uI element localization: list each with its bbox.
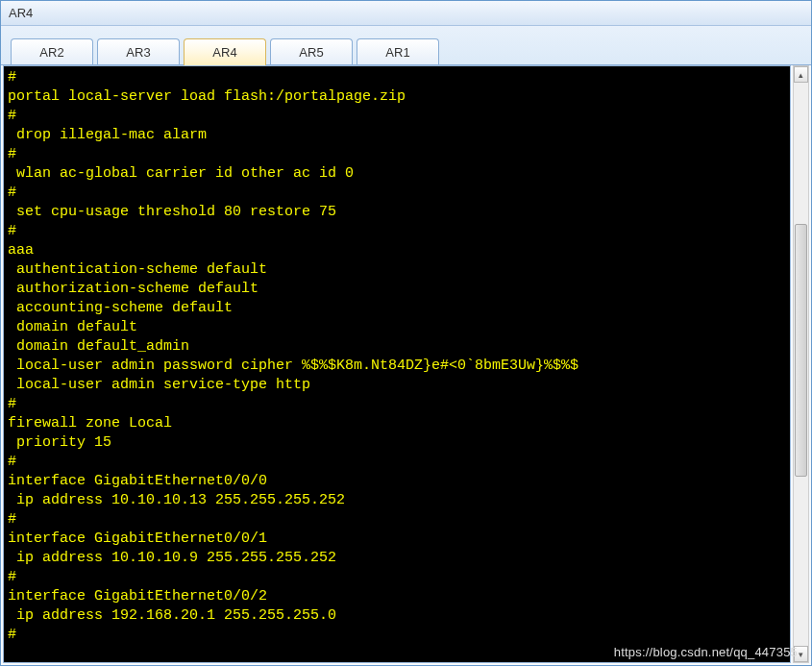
title-bar: AR4 [1, 1, 811, 26]
terminal-output[interactable]: # portal local-server load flash:/portal… [3, 65, 791, 663]
scroll-down-button[interactable]: ▾ [794, 646, 808, 662]
tab-label: AR5 [299, 45, 323, 60]
tab-label: AR4 [212, 45, 236, 60]
app-window: AR4 AR2 AR3 AR4 AR5 AR1 # portal local-s… [0, 0, 812, 666]
tab-ar3[interactable]: AR3 [97, 38, 180, 65]
scrollbar-thumb[interactable] [795, 224, 807, 478]
tab-label: AR2 [39, 45, 63, 60]
tab-ar4[interactable]: AR4 [184, 38, 266, 65]
tab-ar5[interactable]: AR5 [270, 38, 353, 65]
content-area: # portal local-server load flash:/portal… [1, 64, 811, 665]
chevron-down-icon: ▾ [799, 650, 803, 659]
window-title: AR4 [9, 6, 33, 20]
tab-label: AR1 [385, 45, 409, 60]
tab-ar2[interactable]: AR2 [11, 38, 93, 65]
vertical-scrollbar[interactable]: ▴ ▾ [793, 65, 809, 663]
chevron-up-icon: ▴ [799, 70, 803, 80]
tab-label: AR3 [126, 45, 150, 60]
tab-ar1[interactable]: AR1 [357, 38, 439, 65]
tab-bar: AR2 AR3 AR4 AR5 AR1 [1, 26, 811, 64]
scrollbar-track[interactable] [794, 83, 808, 646]
scroll-up-button[interactable]: ▴ [794, 66, 808, 83]
